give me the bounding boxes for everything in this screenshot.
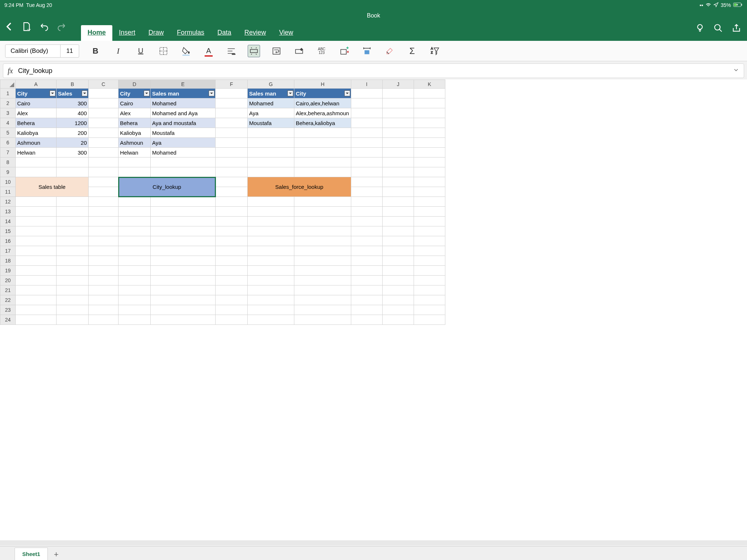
cell-C18[interactable] [89, 256, 119, 266]
filter-dropdown-icon[interactable] [209, 90, 214, 96]
cell-D20[interactable] [119, 276, 151, 285]
cell-C21[interactable] [89, 285, 119, 295]
cell-J2[interactable] [383, 98, 414, 108]
cell-I15[interactable] [351, 226, 383, 236]
cell-K5[interactable] [414, 128, 445, 138]
row-header-15[interactable]: 15 [0, 226, 16, 236]
cell-I21[interactable] [351, 285, 383, 295]
cell-B23[interactable] [57, 305, 89, 315]
cell-K1[interactable] [414, 89, 445, 98]
cell-K15[interactable] [414, 226, 445, 236]
col-header-E[interactable]: E [151, 80, 216, 89]
col-header-I[interactable]: I [351, 80, 383, 89]
cell-K7[interactable] [414, 148, 445, 158]
cell-G10[interactable]: Sales_force_lookup [248, 177, 351, 197]
cell-G2[interactable]: Mohamed [248, 98, 294, 108]
cell-K13[interactable] [414, 207, 445, 217]
row-header-21[interactable]: 21 [0, 285, 16, 295]
cell-K10[interactable] [414, 177, 445, 187]
cell-I24[interactable] [351, 315, 383, 325]
cell-B5[interactable]: 200 [57, 128, 89, 138]
cell-C20[interactable] [89, 276, 119, 285]
add-sheet-button[interactable]: + [50, 549, 62, 560]
cell-A22[interactable] [16, 295, 57, 305]
cell-D17[interactable] [119, 246, 151, 256]
col-header-G[interactable]: G [248, 80, 294, 89]
cell-G18[interactable] [248, 256, 294, 266]
col-header-B[interactable]: B [57, 80, 89, 89]
cell-J1[interactable] [383, 89, 414, 98]
back-icon[interactable] [4, 22, 14, 33]
cell-E7[interactable]: Mohamed [151, 148, 216, 158]
cell-D5[interactable]: Kaliobya [119, 128, 151, 138]
row-header-10[interactable]: 10 [0, 177, 16, 187]
cell-B21[interactable] [57, 285, 89, 295]
cell-I12[interactable] [351, 197, 383, 207]
cell-I23[interactable] [351, 305, 383, 315]
cell-F18[interactable] [216, 256, 248, 266]
cell-I1[interactable] [351, 89, 383, 98]
cell-D7[interactable]: Helwan [119, 148, 151, 158]
cell-J9[interactable] [383, 167, 414, 177]
cell-A24[interactable] [16, 315, 57, 325]
col-header-J[interactable]: J [383, 80, 414, 89]
tab-review[interactable]: Review [238, 25, 272, 41]
cell-A10[interactable]: Sales table [16, 177, 89, 197]
cell-K2[interactable] [414, 98, 445, 108]
cell-A21[interactable] [16, 285, 57, 295]
cell-E1[interactable]: Sales man [151, 89, 216, 98]
cell-B9[interactable] [57, 167, 89, 177]
cell-G1[interactable]: Sales man [248, 89, 294, 98]
row-header-22[interactable]: 22 [0, 295, 16, 305]
cell-H9[interactable] [294, 167, 351, 177]
cell-F6[interactable] [216, 138, 248, 148]
cell-A6[interactable]: Ashmoun [16, 138, 57, 148]
cell-I20[interactable] [351, 276, 383, 285]
cell-F15[interactable] [216, 226, 248, 236]
cell-J3[interactable] [383, 108, 414, 118]
cell-B4[interactable]: 1200 [57, 118, 89, 128]
cell-A20[interactable] [16, 276, 57, 285]
cell-I8[interactable] [351, 158, 383, 167]
cell-H15[interactable] [294, 226, 351, 236]
cell-H13[interactable] [294, 207, 351, 217]
row-header-7[interactable]: 7 [0, 148, 16, 158]
cell-E5[interactable]: Moustafa [151, 128, 216, 138]
cell-G14[interactable] [248, 217, 294, 226]
row-header-16[interactable]: 16 [0, 236, 16, 246]
cell-J15[interactable] [383, 226, 414, 236]
cell-J13[interactable] [383, 207, 414, 217]
cell-D9[interactable] [119, 167, 151, 177]
cell-B19[interactable] [57, 266, 89, 276]
cell-J23[interactable] [383, 305, 414, 315]
font-selector[interactable]: Calibri (Body) 11 [5, 44, 79, 58]
cell-I16[interactable] [351, 236, 383, 246]
cell-C22[interactable] [89, 295, 119, 305]
cell-J7[interactable] [383, 148, 414, 158]
cell-G6[interactable] [248, 138, 294, 148]
undo-icon[interactable] [39, 22, 49, 33]
cell-K22[interactable] [414, 295, 445, 305]
cell-B3[interactable]: 400 [57, 108, 89, 118]
cell-H12[interactable] [294, 197, 351, 207]
cell-G3[interactable]: Aya [248, 108, 294, 118]
cell-G16[interactable] [248, 236, 294, 246]
cell-B20[interactable] [57, 276, 89, 285]
cell-K23[interactable] [414, 305, 445, 315]
autofit-button[interactable] [361, 45, 373, 57]
tab-data[interactable]: Data [211, 25, 238, 41]
cell-F12[interactable] [216, 197, 248, 207]
col-header-D[interactable]: D [119, 80, 151, 89]
cell-style-button[interactable] [293, 45, 305, 57]
row-header-23[interactable]: 23 [0, 305, 16, 315]
cell-A1[interactable]: City [16, 89, 57, 98]
cell-H18[interactable] [294, 256, 351, 266]
cell-C24[interactable] [89, 315, 119, 325]
cell-D4[interactable]: Behera [119, 118, 151, 128]
cell-C6[interactable] [89, 138, 119, 148]
cell-E4[interactable]: Aya and moustafa [151, 118, 216, 128]
cell-J18[interactable] [383, 256, 414, 266]
italic-button[interactable]: I [112, 45, 124, 57]
cell-G22[interactable] [248, 295, 294, 305]
cell-D12[interactable] [119, 197, 151, 207]
